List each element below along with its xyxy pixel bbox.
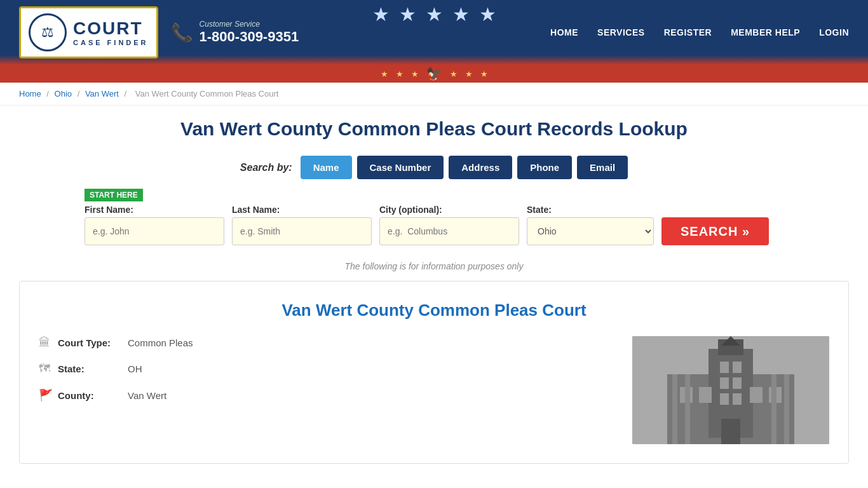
svg-rect-16 <box>721 419 740 444</box>
court-type-value: Common Pleas <box>128 337 193 348</box>
eagle-band: ★ ★ ★ 🦅 ★ ★ ★ <box>0 65 868 83</box>
court-card: Van Wert County Common Pleas Court 🏛 Cou… <box>19 281 849 464</box>
first-name-group: First Name: <box>85 205 224 245</box>
header-left: ⚖ COURT CASE FINDER 📞 Customer Service 1… <box>19 6 299 58</box>
breadcrumb-sep-2: / <box>78 89 82 98</box>
svg-rect-11 <box>733 362 742 373</box>
tab-email[interactable]: Email <box>577 156 628 179</box>
court-image <box>632 336 829 444</box>
svg-rect-12 <box>720 377 729 389</box>
star-6: ★ <box>480 69 488 79</box>
breadcrumb-current: Van Wert County Common Pleas Court <box>135 89 279 98</box>
svg-rect-20 <box>784 374 789 444</box>
page-title: Van Wert County Common Pleas Court Recor… <box>19 118 849 140</box>
info-note: The following is for information purpose… <box>19 261 849 271</box>
county-icon: 🚩 <box>39 388 58 402</box>
svg-rect-10 <box>720 362 729 373</box>
svg-rect-7 <box>699 387 712 403</box>
start-here-badge: START HERE <box>85 189 143 201</box>
logo: ⚖ COURT CASE FINDER <box>19 6 158 58</box>
nav-home[interactable]: HOME <box>550 27 578 37</box>
customer-service-label: Customer Service <box>200 20 299 29</box>
logo-casefinder-label: CASE FINDER <box>73 39 149 46</box>
nav-services[interactable]: SERVICES <box>597 27 645 37</box>
tab-name[interactable]: Name <box>301 156 352 179</box>
svg-rect-19 <box>771 374 776 444</box>
state-icon: 🗺 <box>39 362 58 376</box>
breadcrumb-sep-1: / <box>46 89 51 98</box>
court-image-placeholder <box>632 336 829 444</box>
svg-rect-8 <box>750 387 763 403</box>
state-group: State: Ohio Alabama Alaska Arizona Arkan… <box>527 205 654 245</box>
state-select[interactable]: Ohio Alabama Alaska Arizona Arkansas Cal… <box>527 217 654 245</box>
svg-rect-15 <box>733 393 742 405</box>
header-phone: 📞 Customer Service 1-800-309-9351 <box>171 20 299 45</box>
court-type-label: Court Type: <box>58 337 121 348</box>
star-3: ★ <box>411 69 419 79</box>
star-5: ★ <box>465 69 473 79</box>
court-state-item: 🗺 State: OH <box>39 362 613 376</box>
star-1: ★ <box>381 69 388 79</box>
first-name-label: First Name: <box>85 205 224 215</box>
state-detail-value: OH <box>128 363 142 374</box>
main-nav: HOME SERVICES REGISTER MEMBER HELP LOGIN <box>550 27 849 37</box>
star-4: ★ <box>450 69 458 79</box>
last-name-input[interactable] <box>232 217 372 245</box>
nav-register[interactable]: REGISTER <box>664 27 712 37</box>
breadcrumb-ohio[interactable]: Ohio <box>55 89 72 98</box>
logo-text: COURT CASE FINDER <box>73 18 149 46</box>
eagle-icon: 🦅 <box>426 66 442 81</box>
last-name-label: Last Name: <box>232 205 372 215</box>
city-group: City (optional): <box>379 205 519 245</box>
breadcrumb: Home / Ohio / Van Wert / Van Wert County… <box>0 83 868 105</box>
star-2: ★ <box>396 69 403 79</box>
search-by-label: Search by: <box>240 162 292 173</box>
county-label: County: <box>58 390 121 401</box>
court-type-icon: 🏛 <box>39 336 58 349</box>
nav-member-help[interactable]: MEMBER HELP <box>731 27 800 37</box>
court-type-item: 🏛 Court Type: Common Pleas <box>39 336 613 349</box>
court-info-row: 🏛 Court Type: Common Pleas 🗺 State: OH 🚩… <box>39 336 829 444</box>
state-label: State: <box>527 205 654 215</box>
phone-icon: 📞 <box>171 22 193 43</box>
search-by-row: Search by: Name Case Number Address Phon… <box>19 156 849 179</box>
last-name-group: Last Name: <box>232 205 372 245</box>
tab-case-number[interactable]: Case Number <box>357 156 444 179</box>
svg-rect-14 <box>720 393 729 405</box>
logo-court-label: COURT <box>73 18 149 39</box>
nav-login[interactable]: LOGIN <box>819 27 849 37</box>
main-content: Van Wert County Common Pleas Court Recor… <box>0 105 868 477</box>
first-name-input[interactable] <box>85 217 224 245</box>
city-label: City (optional): <box>379 205 519 215</box>
svg-rect-13 <box>733 377 742 389</box>
breadcrumb-home[interactable]: Home <box>19 89 41 98</box>
breadcrumb-sep-3: / <box>124 89 128 98</box>
top-stars: ★★★★★ <box>372 3 496 25</box>
breadcrumb-van-wert[interactable]: Van Wert <box>85 89 119 98</box>
search-form-row: First Name: Last Name: City (optional): … <box>85 205 783 245</box>
court-card-title: Van Wert County Common Pleas Court <box>39 301 829 320</box>
county-value: Van Wert <box>128 390 166 401</box>
court-details: 🏛 Court Type: Common Pleas 🗺 State: OH 🚩… <box>39 336 613 415</box>
state-detail-label: State: <box>58 363 121 374</box>
city-input[interactable] <box>379 217 519 245</box>
tab-phone[interactable]: Phone <box>517 156 572 179</box>
svg-rect-17 <box>672 374 677 444</box>
logo-emblem: ⚖ <box>29 13 67 51</box>
phone-number: 1-800-309-9351 <box>200 29 299 45</box>
tab-address[interactable]: Address <box>449 156 512 179</box>
site-header: ⚖ COURT CASE FINDER 📞 Customer Service 1… <box>0 0 868 65</box>
svg-rect-18 <box>685 374 690 444</box>
court-county-item: 🚩 County: Van Wert <box>39 388 613 402</box>
search-button[interactable]: SEARCH » <box>661 217 769 245</box>
search-form-area: START HERE First Name: Last Name: City (… <box>85 189 783 252</box>
phone-text: Customer Service 1-800-309-9351 <box>200 20 299 45</box>
header-decoration: ★★★★★ <box>372 3 496 25</box>
